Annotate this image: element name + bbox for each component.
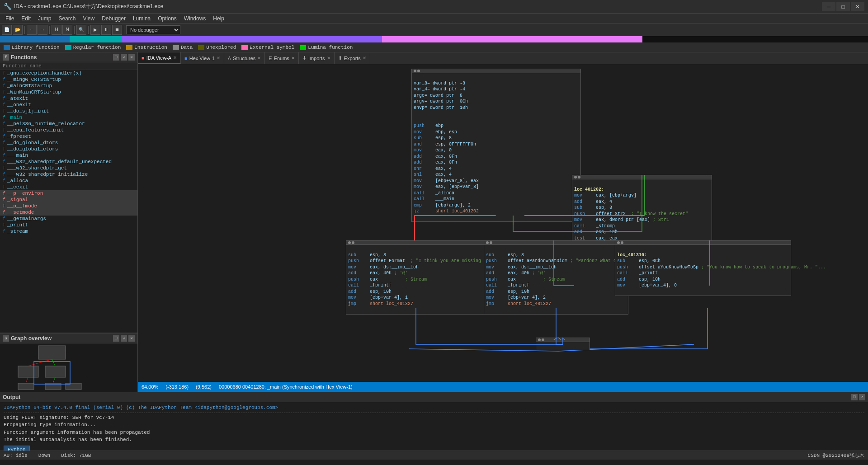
function-list-item[interactable]: f__do_global_ctors <box>0 146 137 152</box>
toolbar-run[interactable]: ▶ <box>90 25 100 35</box>
tab-enums-close[interactable]: ✕ <box>291 56 295 61</box>
menu-item-edit[interactable]: Edit <box>18 14 34 23</box>
tab-imports-close[interactable]: ✕ <box>327 56 330 61</box>
function-list-item[interactable]: f_signal <box>0 197 137 203</box>
function-list-item[interactable]: f__setmode <box>0 209 137 216</box>
code-block-main-top[interactable]: var_8= dword ptr -8 var_4= dword ptr -4 … <box>411 69 581 222</box>
tab-exports-label: Exports <box>344 56 361 61</box>
function-list-item[interactable]: f___w32_sharedptr_initialize <box>0 171 137 178</box>
functions-close-icon[interactable]: ✕ <box>128 54 135 61</box>
code-block-bottom[interactable] <box>536 338 590 350</box>
functions-detach-icon[interactable]: □ <box>113 54 119 61</box>
function-list-item[interactable]: f__p__fmode <box>0 203 137 209</box>
function-list-item[interactable]: f_printf <box>0 222 137 228</box>
function-list-item[interactable]: f___w32_sharedptr_get <box>0 165 137 171</box>
function-list-item[interactable]: f__cexit <box>0 184 137 190</box>
function-list[interactable]: f_gnu_exception_handler(x)f__mingw_CRTSt… <box>0 70 137 330</box>
function-list-item[interactable]: f_mainCRTStartup <box>0 83 137 89</box>
function-list-item[interactable]: f__getmainargs <box>0 216 137 222</box>
code-block-pardon[interactable]: sub esp, 8 push offset aPardonWhatDidY ;… <box>484 240 628 315</box>
function-icon: f <box>3 197 5 202</box>
asm-miss-4: add eax, 40h ; '@' <box>348 271 408 276</box>
function-icon: f <box>3 115 5 120</box>
menu-item-options[interactable]: Options <box>154 14 180 23</box>
toolbar-btn4[interactable]: N <box>62 25 72 35</box>
output-detach-icon[interactable]: □ <box>851 394 858 400</box>
graph-view[interactable]: var_8= dword ptr -8 var_4= dword ptr -4 … <box>138 64 868 382</box>
code-block-pardon-body: sub esp, 8 push offset aPardonWhatDidY ;… <box>484 245 628 314</box>
output-float-icon[interactable]: ↗ <box>859 394 865 400</box>
menu-item-view[interactable]: View <box>79 14 98 23</box>
maximize-button[interactable]: □ <box>836 2 850 11</box>
function-list-item[interactable]: f_WinMainCRTStartup <box>0 89 137 95</box>
toolbar-forward[interactable]: → <box>38 25 47 35</box>
code-block-missing-header <box>346 241 486 245</box>
functions-header-controls: □ ↗ ✕ <box>113 54 135 61</box>
function-icon: f <box>3 96 5 101</box>
menu-item-search[interactable]: Search <box>55 14 79 23</box>
menu-item-jump[interactable]: Jump <box>34 14 55 23</box>
asm-miss-6: call _fprintf <box>348 283 392 288</box>
toolbar-back[interactable]: ← <box>27 25 37 35</box>
function-list-item[interactable]: f_atexit <box>0 95 137 102</box>
close-button[interactable]: ✕ <box>851 2 864 11</box>
code-block-bottom-header <box>536 338 590 342</box>
function-name: _WinMainCRTStartup <box>7 89 61 95</box>
menu-item-file[interactable]: File <box>2 14 18 23</box>
python-badge[interactable]: Python <box>4 446 30 451</box>
function-list-item[interactable]: f__do_sjlj_init <box>0 108 137 114</box>
function-list-item[interactable]: f__pei386_runtime_relocator <box>0 121 137 127</box>
output-content[interactable]: IDAPython 64-bit v7.4.0 final (serial 0)… <box>0 402 868 451</box>
function-list-item[interactable]: f__onexit <box>0 102 137 108</box>
code-block-bottom-dots <box>538 338 544 341</box>
menu-item-debugger[interactable]: Debugger <box>98 14 129 23</box>
tab-structures-close[interactable]: ✕ <box>257 56 261 61</box>
tab-imports[interactable]: ⬇ Imports ✕ <box>299 52 335 64</box>
toolbar-search[interactable]: 🔍 <box>76 25 86 35</box>
tab-structures[interactable]: A Structures ✕ <box>224 52 265 64</box>
tab-ida-view-a-close[interactable]: ✕ <box>173 55 177 60</box>
function-icon: f <box>3 185 5 190</box>
functions-float-icon[interactable]: ↗ <box>121 54 127 61</box>
function-icon: f <box>3 216 5 221</box>
tab-enums[interactable]: E Enums ✕ <box>265 52 299 64</box>
code-block-main-top-body: var_8= dword ptr -8 var_4= dword ptr -4 … <box>412 73 580 221</box>
function-list-item[interactable]: f___main <box>0 152 137 159</box>
debugger-select[interactable]: No debugger <box>126 25 180 34</box>
legend-instruction-label: Instruction <box>134 45 167 50</box>
function-list-item[interactable]: f__cpu_features_init <box>0 127 137 133</box>
menu-item-help[interactable]: Help <box>209 14 228 23</box>
tab-hex-view[interactable]: ■ Hex View-1 ✕ <box>181 52 224 64</box>
menu-item-lumina[interactable]: Lumina <box>129 14 154 23</box>
code-block-loc-401310[interactable]: loc_401310: sub esp, 0Ch push offset aYo… <box>615 240 791 296</box>
toolbar-stop[interactable]: ⏹ <box>112 25 122 35</box>
graph-overview-float-icon[interactable]: ↗ <box>121 335 127 342</box>
svg-line-7 <box>52 359 55 366</box>
tab-hex-view-close[interactable]: ✕ <box>217 56 220 61</box>
function-name-column: Function name <box>3 63 42 69</box>
function-list-item[interactable]: f_gnu_exception_handler(x) <box>0 70 137 76</box>
toolbar-btn3[interactable]: H <box>52 25 61 35</box>
function-list-item[interactable]: f_alloca <box>0 178 137 184</box>
toolbar-open[interactable]: 📂 <box>13 25 23 35</box>
function-list-item[interactable]: f___w32_sharedptr_default_unexpected <box>0 159 137 165</box>
function-list-item[interactable]: f_stream <box>0 228 137 235</box>
function-list-item[interactable]: f_main <box>0 114 137 121</box>
toolbar-pause[interactable]: ⏸ <box>101 25 111 35</box>
right-content: ■ IDA View-A ✕ ■ Hex View-1 ✕ A Structur… <box>138 52 868 392</box>
tab-exports[interactable]: ⬆ Exports ✕ <box>335 52 370 64</box>
tab-exports-close[interactable]: ✕ <box>363 56 366 61</box>
graph-overview-content[interactable] <box>0 343 137 392</box>
graph-overview-close-icon[interactable]: ✕ <box>128 335 135 342</box>
minimize-button[interactable]: ─ <box>822 2 835 11</box>
function-list-item[interactable]: f_fpreset <box>0 133 137 140</box>
function-list-item[interactable]: f__do_global_dtors <box>0 140 137 146</box>
dot1 <box>414 70 416 72</box>
tab-ida-view-a[interactable]: ■ IDA View-A ✕ <box>138 52 181 64</box>
code-block-missing[interactable]: sub esp, 8 push offset Format ; "I think… <box>346 240 486 315</box>
function-list-item[interactable]: f__mingw_CRTStartup <box>0 76 137 83</box>
toolbar-new[interactable]: 📄 <box>2 25 12 35</box>
menu-item-windows[interactable]: Windows <box>180 14 210 23</box>
graph-overview-detach-icon[interactable]: □ <box>113 335 119 342</box>
function-list-item[interactable]: f__p__environ <box>0 190 137 197</box>
